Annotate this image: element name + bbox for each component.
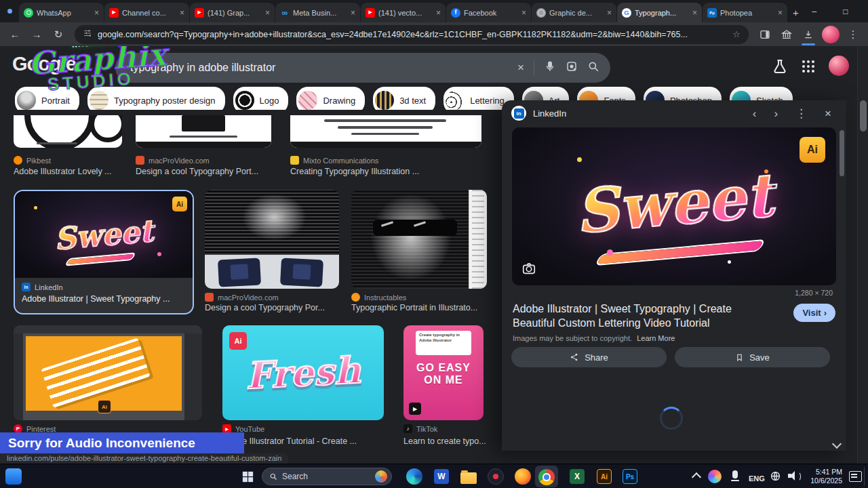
obs-icon[interactable] bbox=[487, 468, 505, 485]
tab-close-icon[interactable]: × bbox=[178, 8, 184, 18]
reload-button[interactable]: ↻ bbox=[49, 25, 68, 44]
result-thumbnail-sweet[interactable]: Sweet Ai bbox=[15, 191, 193, 278]
passwords-bank-icon[interactable] bbox=[777, 25, 796, 44]
result-title[interactable]: Adobe Illustrator | Sweet Typography ... bbox=[22, 294, 186, 304]
tab-close-icon[interactable]: × bbox=[520, 8, 526, 18]
panel-close-icon[interactable]: × bbox=[825, 108, 831, 119]
result-title[interactable]: Design a cool Typography Por... bbox=[205, 303, 340, 312]
result-thumbnail[interactable] bbox=[136, 115, 271, 148]
share-button[interactable]: Share bbox=[511, 347, 667, 367]
tab-photopea[interactable]: Pp Photopea × bbox=[703, 3, 787, 22]
tab-meta-business[interactable]: ∞ Meta Busin... × bbox=[275, 3, 360, 22]
apps-grid-icon[interactable] bbox=[800, 58, 816, 75]
excel-icon[interactable]: X bbox=[568, 468, 586, 485]
chip-logo[interactable]: Logo bbox=[233, 87, 289, 110]
chrome-icon[interactable] bbox=[538, 468, 555, 486]
tab-typography-active[interactable]: G Typograph... × bbox=[617, 3, 702, 22]
chip-typography-poster-design[interactable]: Typography poster design bbox=[87, 87, 225, 110]
tab-close-icon[interactable]: × bbox=[691, 8, 697, 18]
result-thumbnail[interactable] bbox=[351, 190, 487, 289]
learn-more-link[interactable]: Learn More bbox=[637, 334, 675, 342]
preview-image[interactable]: Sweet Ai bbox=[512, 127, 836, 285]
site-info-icon[interactable] bbox=[83, 28, 92, 40]
chip-portrait[interactable]: Portrait bbox=[15, 87, 79, 110]
firefox-icon[interactable] bbox=[514, 468, 532, 485]
next-image-icon[interactable]: › bbox=[774, 108, 778, 119]
bookmark-star-icon[interactable]: ☆ bbox=[732, 29, 741, 39]
panel-menu-icon[interactable]: ⋮ bbox=[795, 108, 807, 119]
photoshop-icon[interactable]: Ps bbox=[621, 468, 639, 485]
tab-close-icon[interactable]: × bbox=[349, 8, 355, 18]
result-title[interactable]: Adobe Illustrator Lovely ... bbox=[14, 167, 129, 176]
search-input[interactable]: typography in adobe illustrator bbox=[130, 62, 508, 74]
url-text[interactable]: google.com/search?q=Typography+in+adobe+… bbox=[98, 30, 727, 39]
profile-avatar[interactable] bbox=[822, 26, 840, 43]
tab-close-icon[interactable]: × bbox=[93, 8, 99, 18]
page-scrollbar[interactable] bbox=[857, 46, 868, 464]
panel-scrollbar-thumb[interactable] bbox=[840, 130, 844, 176]
chip-3d-text[interactable]: 3d text bbox=[373, 87, 435, 110]
result-thumbnail[interactable]: Ai bbox=[14, 325, 202, 420]
mic-icon[interactable] bbox=[544, 60, 556, 75]
selected-result-card[interactable]: Sweet Ai in LinkedIn Adobe Illustrator |… bbox=[14, 190, 194, 314]
result-title[interactable]: Typographic Portrait in Illustrato... bbox=[351, 303, 490, 312]
clear-search-icon[interactable]: × bbox=[517, 61, 524, 75]
action-center-icon[interactable] bbox=[849, 471, 862, 482]
tab-graphics-video[interactable]: ▶ (141) Grap... × bbox=[190, 3, 275, 22]
panel-result-title[interactable]: Adobe Illustrator | Sweet Typography | C… bbox=[513, 302, 768, 330]
result-thumbnail[interactable] bbox=[205, 190, 339, 289]
new-tab-button[interactable]: + bbox=[793, 3, 799, 21]
labs-flask-icon[interactable] bbox=[772, 58, 788, 75]
panel-source-name[interactable]: LinkedIn bbox=[533, 108, 566, 119]
account-avatar[interactable] bbox=[829, 56, 849, 76]
widgets-icon[interactable] bbox=[5, 468, 22, 485]
tab-vector-video[interactable]: ▶ (141) vecto... × bbox=[361, 3, 446, 22]
result-title[interactable]: Adobe Illustrator Tutorial - Create ... bbox=[222, 436, 385, 446]
tray-expand-icon[interactable] bbox=[693, 474, 700, 488]
address-bar[interactable]: google.com/search?q=Typography+in+adobe+… bbox=[75, 25, 749, 44]
maximize-button[interactable]: □ bbox=[830, 0, 861, 22]
download-icon[interactable] bbox=[799, 25, 818, 44]
lens-icon[interactable] bbox=[566, 60, 578, 75]
page-scrollbar-thumb[interactable] bbox=[860, 100, 867, 131]
tab-facebook[interactable]: f Facebook × bbox=[446, 3, 531, 22]
result-thumbnail[interactable] bbox=[290, 115, 481, 148]
tab-close-icon[interactable]: × bbox=[435, 8, 441, 18]
chip-drawing[interactable]: Drawing bbox=[296, 87, 365, 110]
search-box[interactable]: typography in adobe illustrator × bbox=[115, 53, 610, 83]
tab-whatsapp[interactable]: WhatsApp × bbox=[19, 3, 104, 22]
mic-tray-icon[interactable] bbox=[731, 470, 739, 488]
file-explorer-icon[interactable] bbox=[460, 468, 477, 485]
minimize-button[interactable]: – bbox=[799, 0, 830, 22]
result-title[interactable]: Design a cool Typography Port... bbox=[136, 167, 278, 176]
google-logo[interactable]: Google bbox=[12, 53, 76, 75]
tab-graphic-design[interactable]: Graphic de... × bbox=[532, 3, 616, 22]
search-inside-image-icon[interactable] bbox=[521, 261, 536, 279]
visit-button[interactable]: Visit › bbox=[793, 304, 835, 322]
tab-close-icon[interactable]: × bbox=[606, 8, 612, 18]
side-panel-icon[interactable] bbox=[755, 25, 774, 44]
tray-app-icon[interactable] bbox=[708, 470, 722, 488]
tab-channel[interactable]: ▶ Channel co... × bbox=[104, 3, 189, 22]
start-button[interactable] bbox=[239, 468, 256, 485]
result-thumbnail[interactable] bbox=[14, 115, 122, 148]
result-title[interactable]: Learn to create typo... bbox=[403, 436, 486, 446]
edge-icon[interactable] bbox=[406, 468, 423, 485]
show-desktop-strip[interactable] bbox=[864, 467, 865, 486]
volume-icon[interactable] bbox=[788, 471, 800, 481]
taskbar-search[interactable]: Search bbox=[262, 468, 392, 485]
result-thumbnail[interactable]: Create typography in Adobe Illustrator G… bbox=[403, 325, 484, 420]
previous-image-icon[interactable]: ‹ bbox=[753, 108, 757, 119]
tab-close-icon[interactable]: × bbox=[264, 8, 270, 18]
language-indicator[interactable]: ENG bbox=[749, 472, 765, 488]
scroll-down-icon[interactable] bbox=[832, 439, 842, 449]
forward-button[interactable]: → bbox=[27, 25, 46, 44]
tab-close-icon[interactable]: × bbox=[776, 8, 783, 18]
back-button[interactable]: ← bbox=[5, 25, 24, 44]
taskbar-clock[interactable]: 5:41 PM 10/6/2025 bbox=[803, 468, 842, 485]
browser-menu-icon[interactable]: ⋮ bbox=[844, 25, 863, 44]
result-thumbnail[interactable]: Ai Fresh bbox=[222, 325, 384, 420]
save-button[interactable]: Save bbox=[675, 347, 830, 367]
illustrator-icon[interactable]: Ai bbox=[595, 468, 613, 485]
window-close-button[interactable]: × bbox=[861, 0, 868, 22]
